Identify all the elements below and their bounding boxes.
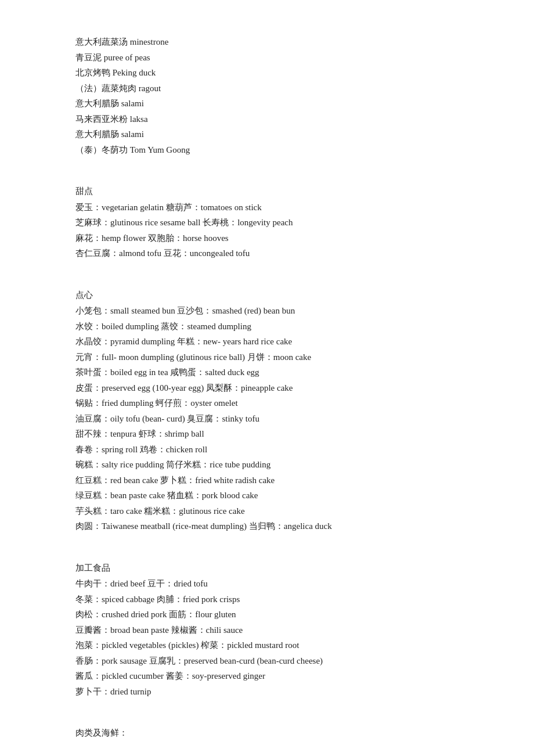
line-item: 麻花：hemp flower 双胞胎：horse hooves — [75, 231, 459, 246]
page-content: 意大利蔬菜汤 minestrone青豆泥 puree of peas北京烤鸭 P… — [75, 35, 459, 741]
line-item: 碗糕：salty rice pudding 筒仔米糕：rice tube pud… — [75, 458, 459, 473]
line-item: （法）蔬菜炖肉 ragout — [75, 81, 459, 96]
section-title-processed-foods: 加工食品 — [75, 561, 459, 576]
line-item: 杏仁豆腐：almond tofu 豆花：uncongealed tofu — [75, 246, 459, 261]
line-item: （泰）冬荫功 Tom Yum Goong — [75, 143, 459, 158]
line-item: 意大利腊肠 salami — [75, 127, 459, 142]
line-item: 元宵：full- moon dumpling (glutinous rice b… — [75, 350, 459, 365]
line-item: 油豆腐：oily tofu (bean- curd) 臭豆腐：stinky to… — [75, 412, 459, 427]
line-item: 水饺：boiled dumpling 蒸饺：steamed dumpling — [75, 319, 459, 334]
line-item: 皮蛋：preserved egg (100-year egg) 凤梨酥：pine… — [75, 381, 459, 396]
line-item: 冬菜：spiced cabbage 肉脯：fried pork crisps — [75, 592, 459, 607]
section-title-desserts: 甜点 — [75, 184, 459, 199]
line-item: 肉松：crushed dried pork 面筋：flour gluten — [75, 607, 459, 622]
line-item: 泡菜：pickled vegetables (pickles) 榨菜：pickl… — [75, 638, 459, 653]
line-item: 意大利蔬菜汤 minestrone — [75, 35, 459, 50]
line-item: 豆瓣酱：broad bean paste 辣椒酱：chili sauce — [75, 623, 459, 638]
section-title-dim-sum: 点心 — [75, 288, 459, 303]
line-item: 意大利腊肠 salami — [75, 96, 459, 111]
line-item: 马来西亚米粉 laksa — [75, 112, 459, 127]
line-item: 绿豆糕：bean paste cake 猪血糕：pork blood cake — [75, 488, 459, 503]
line-item: 牛肉干：dried beef 豆干：dried tofu — [75, 577, 459, 592]
line-item: 青豆泥 puree of peas — [75, 51, 459, 66]
line-item: 萝卜干：dried turnip — [75, 685, 459, 700]
line-item: 锅贴：fried dumpling 蚵仔煎：oyster omelet — [75, 396, 459, 411]
line-item: 甜不辣：tenpura 虾球：shrimp ball — [75, 427, 459, 442]
line-item: 北京烤鸭 Peking duck — [75, 66, 459, 81]
line-item: 香肠：pork sausage 豆腐乳：preserved bean-curd … — [75, 654, 459, 669]
section-processed-foods: 加工食品牛肉干：dried beef 豆干：dried tofu冬菜：spice… — [75, 561, 459, 700]
line-item: 茶叶蛋：boiled egg in tea 咸鸭蛋：salted duck eg… — [75, 365, 459, 380]
line-item: 肉圆：Taiwanese meatball (rice-meat dumplin… — [75, 519, 459, 534]
line-item: 芋头糕：taro cake 糯米糕：glutinous rice cake — [75, 504, 459, 519]
line-item: 红豆糕：red bean cake 萝卜糕：fried white radish… — [75, 473, 459, 488]
line-item: 水晶饺：pyramid dumpling 年糕：new- years hard … — [75, 334, 459, 350]
line-item: 芝麻球：glutinous rice sesame ball 长寿桃：longe… — [75, 215, 459, 231]
line-item: 小笼包：small steamed bun 豆沙包：smashed (red) … — [75, 304, 459, 319]
section-meat-seafood: 肉类及海鲜： — [75, 726, 459, 741]
section-title-meat-seafood: 肉类及海鲜： — [75, 726, 459, 741]
line-item: 春卷：spring roll 鸡卷：chicken roll — [75, 442, 459, 458]
section-desserts: 甜点爱玉：vegetarian gelatin 糖葫芦：tomatoes on … — [75, 184, 459, 261]
section-dim-sum: 点心小笼包：small steamed bun 豆沙包：smashed (red… — [75, 288, 459, 534]
line-item: 爱玉：vegetarian gelatin 糖葫芦：tomatoes on st… — [75, 200, 459, 215]
section-intro-items: 意大利蔬菜汤 minestrone青豆泥 puree of peas北京烤鸭 P… — [75, 35, 459, 157]
line-item: 酱瓜：pickled cucumber 酱姜：soy-preserved gin… — [75, 669, 459, 684]
